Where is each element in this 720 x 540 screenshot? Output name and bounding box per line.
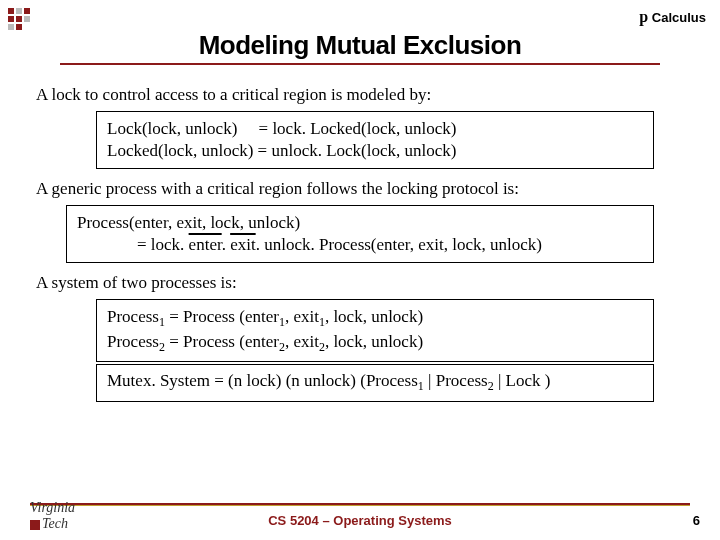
b4m2: unlock) (Process [300, 371, 418, 390]
b4m3: | Process [424, 371, 488, 390]
box2-pre: = lock. [137, 235, 189, 254]
vt-text-1: Virginia [30, 500, 75, 515]
footer-course: CS 5204 – Operating Systems [0, 513, 720, 528]
box3-line2: Process2 = Process (enter2, exit2, lock,… [107, 331, 643, 355]
b3l1a: Process [107, 307, 159, 326]
vt-text-2: Tech [42, 516, 68, 531]
b3l2a: Process [107, 332, 159, 351]
b3l2c: , exit [285, 332, 319, 351]
box-process-definition: Process(enter, exit, lock, unlock) = loc… [66, 205, 654, 263]
box2-mid1: . [222, 235, 231, 254]
pi-symbol: p [639, 8, 648, 25]
decorative-logo-corner [8, 4, 68, 34]
box2-mid2: . unlock. Process(enter, exit, lock, unl… [256, 235, 542, 254]
box-mutex-system: Mutex. System = (n lock) (n unlock) (Pro… [96, 364, 654, 401]
page-title: Modeling Mutual Exclusion [0, 30, 720, 61]
b3l2b: = Process (enter [165, 332, 279, 351]
box-two-processes: Process1 = Process (enter1, exit1, lock,… [96, 299, 654, 362]
b3l1b: = Process (enter [165, 307, 279, 326]
b4m4: | Lock ) [494, 371, 551, 390]
header-label: p Calculus [639, 8, 706, 26]
nu1: n [234, 371, 243, 390]
paragraph-2: A generic process with a critical region… [36, 179, 684, 199]
page-number: 6 [693, 513, 700, 528]
box1-line2: Locked(lock, unlock) = unlock. Lock(lock… [107, 140, 643, 162]
paragraph-3: A system of two processes is: [36, 273, 684, 293]
paragraph-1: A lock to control access to a critical r… [36, 85, 684, 105]
box2-line1: Process(enter, exit, lock, unlock) [77, 212, 643, 234]
footer-divider [30, 503, 690, 506]
box2-line2: = lock. enter. exit. unlock. Process(ent… [77, 234, 643, 256]
b3l2d: , lock, unlock) [325, 332, 423, 351]
footer: Virginia Tech CS 5204 – Operating System… [0, 513, 720, 528]
box1-line1: Lock(lock, unlock) = lock. Locked(lock, … [107, 118, 643, 140]
box2-exit-overline: exit [230, 235, 256, 254]
box3-line1: Process1 = Process (enter1, exit1, lock,… [107, 306, 643, 330]
b4pre: Mutex. System = ( [107, 371, 234, 390]
b3l1d: , lock, unlock) [325, 307, 423, 326]
b4m1: lock) ( [242, 371, 291, 390]
vt-square-icon [30, 520, 40, 530]
box2-enter-overline: enter [189, 235, 222, 254]
box-lock-definition: Lock(lock, unlock) = lock. Locked(lock, … [96, 111, 654, 169]
nu2: n [291, 371, 300, 390]
header-text: Calculus [652, 10, 706, 25]
b3l1c: , exit [285, 307, 319, 326]
virginia-tech-logo: Virginia Tech [30, 500, 75, 532]
content-area: A lock to control access to a critical r… [0, 65, 720, 402]
